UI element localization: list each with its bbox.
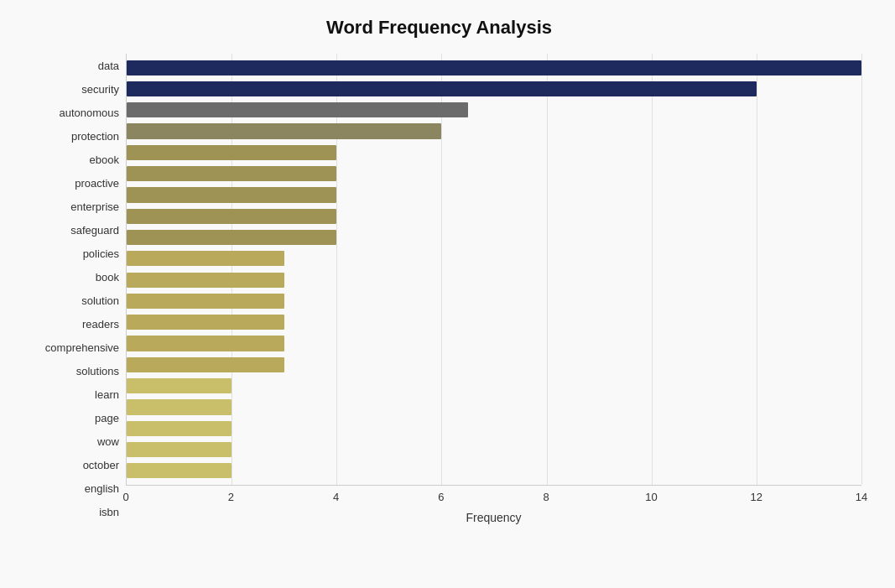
y-label-isbn: isbn <box>17 507 119 518</box>
bar-row-solution <box>127 269 861 290</box>
bar-row-policies <box>127 226 861 247</box>
bar-row-book <box>127 248 861 269</box>
x-tick-4: 4 <box>333 491 339 503</box>
bar-row-learn <box>127 354 861 375</box>
y-label-security: security <box>17 84 119 95</box>
y-label-ebook: ebook <box>17 154 119 165</box>
y-label-enterprise: enterprise <box>17 201 119 212</box>
grid-line-14 <box>861 54 862 485</box>
bar-solutions <box>127 336 284 351</box>
bar-row-october <box>127 418 861 439</box>
bars-wrapper <box>127 54 861 485</box>
y-label-comprehensive: comprehensive <box>17 342 119 353</box>
bar-row-safeguard <box>127 206 861 226</box>
y-label-readers: readers <box>17 319 119 330</box>
x-axis-labels: 02468101214 <box>126 491 861 507</box>
x-tick-12: 12 <box>750 491 762 503</box>
bars-grid <box>126 54 861 486</box>
bar-row-solutions <box>127 333 861 354</box>
y-label-safeguard: safeguard <box>17 225 119 236</box>
y-label-protection: protection <box>17 131 119 142</box>
y-label-page: page <box>17 413 119 424</box>
y-label-solution: solution <box>17 295 119 306</box>
y-label-proactive: proactive <box>17 178 119 189</box>
bar-readers <box>127 294 284 309</box>
bar-row-page <box>127 375 861 396</box>
chart-title: Word Frequency Analysis <box>17 17 861 39</box>
chart-area: datasecurityautonomousprotectionebookpro… <box>17 54 861 524</box>
bar-book <box>127 251 284 266</box>
bar-row-readers <box>127 290 861 311</box>
bar-data <box>127 60 861 75</box>
x-axis-title: Frequency <box>126 511 861 524</box>
y-label-policies: policies <box>17 248 119 259</box>
bar-safeguard <box>127 209 336 224</box>
bar-row-english <box>127 439 861 460</box>
bar-learn <box>127 357 284 372</box>
bar-enterprise <box>127 187 336 202</box>
y-label-data: data <box>17 60 119 71</box>
bar-page <box>127 378 232 393</box>
bar-proactive <box>127 166 336 181</box>
bar-row-proactive <box>127 163 861 184</box>
bar-comprehensive <box>127 315 284 330</box>
bar-row-security <box>127 78 861 99</box>
bar-row-enterprise <box>127 185 861 206</box>
bar-row-autonomous <box>127 100 861 121</box>
bar-row-ebook <box>127 142 861 163</box>
x-tick-8: 8 <box>544 491 549 503</box>
y-label-solutions: solutions <box>17 366 119 377</box>
bar-policies <box>127 230 336 245</box>
bar-row-protection <box>127 121 861 142</box>
bar-row-data <box>127 57 861 78</box>
x-tick-10: 10 <box>645 491 657 503</box>
y-label-october: october <box>17 460 119 471</box>
x-tick-6: 6 <box>438 491 444 503</box>
bar-october <box>127 421 232 436</box>
x-tick-0: 0 <box>122 491 128 503</box>
bar-row-isbn <box>127 461 861 481</box>
bar-wow <box>127 399 232 414</box>
bar-ebook <box>127 145 336 160</box>
chart-container: Word Frequency Analysis datasecurityauto… <box>0 0 895 588</box>
y-label-wow: wow <box>17 436 119 447</box>
y-label-autonomous: autonomous <box>17 107 119 118</box>
bar-isbn <box>127 463 232 478</box>
bar-english <box>127 442 232 457</box>
bar-protection <box>127 123 441 138</box>
bar-security <box>127 81 757 96</box>
bar-solution <box>127 273 284 288</box>
bar-autonomous <box>127 102 468 117</box>
bars-and-axes: 02468101214 Frequency <box>126 54 861 524</box>
bar-row-comprehensive <box>127 312 861 333</box>
y-label-learn: learn <box>17 389 119 400</box>
y-label-english: english <box>17 483 119 494</box>
y-label-book: book <box>17 272 119 283</box>
y-axis-labels: datasecurityautonomousprotectionebookpro… <box>17 54 126 524</box>
x-tick-14: 14 <box>856 491 867 503</box>
bar-row-wow <box>127 397 861 418</box>
x-tick-2: 2 <box>228 491 234 503</box>
